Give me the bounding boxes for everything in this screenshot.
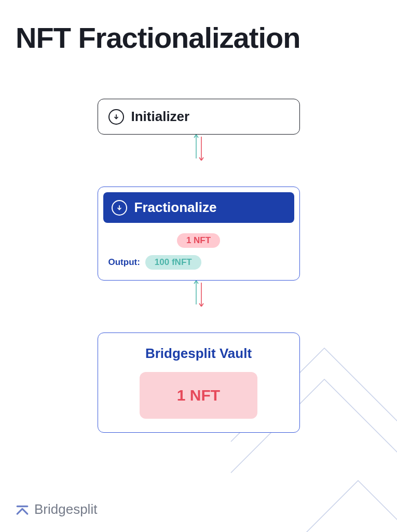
download-circle-icon xyxy=(112,200,127,216)
output-pill: 100 fNFT xyxy=(145,255,201,270)
brand-footer: Bridgesplit xyxy=(16,501,97,517)
connector-1 xyxy=(98,135,300,161)
input-pill: 1 NFT xyxy=(177,233,220,248)
initializer-box: Initializer xyxy=(98,99,300,135)
fractionalize-body: 1 NFT Output: 100 fNFT xyxy=(103,223,294,275)
download-circle-icon xyxy=(108,109,124,125)
brand-name: Bridgesplit xyxy=(34,501,97,517)
page-title: NFT Fractionalization xyxy=(0,0,397,55)
initializer-label: Initializer xyxy=(131,109,190,125)
vault-box: Bridgesplit Vault 1 NFT xyxy=(98,332,300,433)
output-label: Output: xyxy=(108,257,140,268)
connector-2 xyxy=(98,281,300,307)
fractionalize-header: Fractionalize xyxy=(103,192,294,223)
fractionalize-label: Fractionalize xyxy=(134,200,217,216)
diagram-container: Initializer Fractionalize 1 NFT Output: xyxy=(98,99,300,433)
output-row: Output: 100 fNFT xyxy=(108,255,289,270)
fractionalize-box: Fractionalize 1 NFT Output: 100 fNFT xyxy=(98,187,300,281)
vault-title: Bridgesplit Vault xyxy=(145,345,252,362)
vault-content-pill: 1 NFT xyxy=(140,372,257,419)
bridgesplit-icon xyxy=(16,503,29,516)
